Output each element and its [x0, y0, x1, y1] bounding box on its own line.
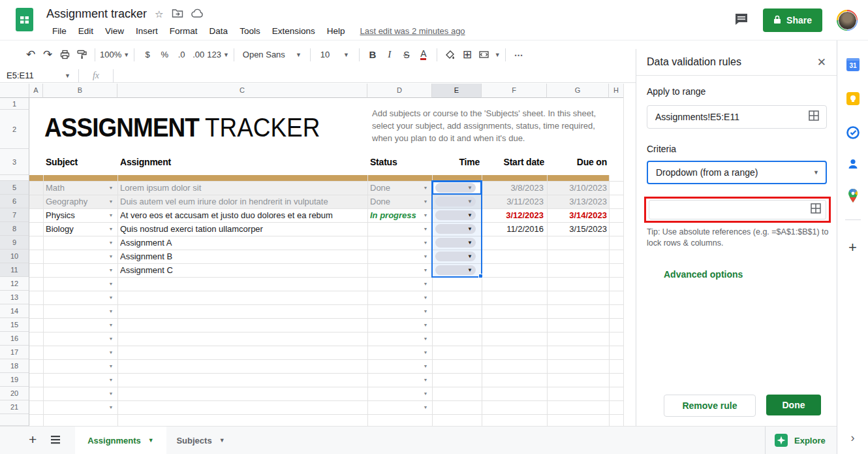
row-header-9[interactable]: 9 — [0, 236, 29, 250]
row-header-5[interactable]: 5 — [0, 181, 29, 195]
subject-dropdown-icon[interactable]: ▼ — [106, 277, 116, 291]
row-header-15[interactable]: 15 — [0, 318, 29, 332]
select-range-icon[interactable] — [808, 110, 820, 124]
row-header-4[interactable] — [0, 175, 29, 181]
subject-dropdown-icon[interactable]: ▼ — [106, 359, 116, 373]
time-dropdown-chip[interactable]: ▼ — [435, 210, 476, 220]
row-header-partial[interactable] — [0, 414, 29, 426]
time-dropdown-chip[interactable]: ▼ — [435, 224, 476, 234]
google-maps-icon[interactable] — [846, 188, 860, 206]
format-currency-button[interactable]: $ — [139, 46, 156, 63]
status-dropdown-icon[interactable]: ▼ — [420, 195, 431, 208]
select-data-range-icon[interactable] — [810, 203, 822, 217]
google-keep-icon[interactable] — [846, 91, 860, 108]
cell-G8[interactable]: 3/15/2023 — [548, 222, 607, 236]
menu-insert[interactable]: Insert — [130, 25, 164, 37]
tab-subjects-arrow[interactable]: ▼ — [219, 437, 225, 444]
redo-icon[interactable]: ↷ — [39, 46, 56, 63]
format-percent-button[interactable]: % — [156, 46, 173, 63]
share-button[interactable]: Share — [763, 8, 822, 32]
cell-C8[interactable]: Quis nostrud exerci tation ullamcorper — [120, 222, 364, 236]
row-header-20[interactable]: 20 — [0, 387, 29, 400]
italic-button[interactable]: I — [381, 46, 398, 63]
subject-dropdown-icon[interactable]: ▼ — [106, 373, 116, 387]
time-dropdown-chip[interactable]: ▼ — [435, 251, 476, 261]
paint-format-icon[interactable] — [73, 46, 90, 63]
status-dropdown-icon[interactable]: ▼ — [420, 236, 431, 250]
status-dropdown-icon[interactable]: ▼ — [420, 277, 431, 291]
done-button[interactable]: Done — [766, 395, 821, 415]
status-dropdown-icon[interactable]: ▼ — [420, 332, 431, 346]
row-header-10[interactable]: 10 — [0, 250, 29, 263]
subject-dropdown-icon[interactable]: ▼ — [106, 236, 116, 250]
subject-dropdown-icon[interactable]: ▼ — [106, 291, 116, 304]
row-header-2[interactable]: 2 — [0, 110, 29, 149]
criteria-range-input[interactable] — [649, 200, 826, 219]
row-header-13[interactable]: 13 — [0, 291, 29, 304]
time-dropdown-chip[interactable]: ▼ — [435, 238, 476, 248]
google-contacts-icon[interactable] — [846, 157, 860, 174]
spreadsheet-grid[interactable]: ABCDEFGH12356789101112131415161718192021… — [0, 84, 624, 426]
cell-C9[interactable]: Assignment A — [120, 236, 364, 250]
status-dropdown-icon[interactable]: ▼ — [420, 208, 431, 222]
name-box-arrow[interactable]: ▼ — [65, 73, 70, 79]
range-input[interactable]: Assignments!E5:E11 — [647, 105, 827, 129]
status-dropdown-icon[interactable]: ▼ — [420, 400, 431, 414]
zoom-select[interactable]: 100%▼ — [100, 46, 129, 63]
time-dropdown-chip[interactable]: ▼ — [435, 183, 476, 193]
column-header-F[interactable]: F — [482, 84, 547, 98]
subject-dropdown-icon[interactable]: ▼ — [106, 208, 116, 222]
cell-C11[interactable]: Assignment C — [120, 263, 364, 277]
subject-dropdown-icon[interactable]: ▼ — [106, 181, 116, 195]
menu-file[interactable]: File — [46, 25, 72, 37]
font-family-select[interactable]: Open Sans▼ — [239, 46, 305, 63]
account-avatar[interactable] — [837, 10, 858, 31]
row-header-7[interactable]: 7 — [0, 208, 29, 222]
cell-B8[interactable]: Biology — [46, 222, 106, 236]
text-color-button[interactable]: A — [420, 50, 426, 60]
remove-rule-button[interactable]: Remove rule — [664, 395, 756, 417]
subject-dropdown-icon[interactable]: ▼ — [106, 318, 116, 332]
cell-F6[interactable]: 3/11/2023 — [483, 195, 544, 208]
bold-button[interactable]: B — [364, 46, 381, 63]
last-edit-link[interactable]: Last edit was 2 minutes ago — [360, 26, 465, 36]
status-dropdown-icon[interactable]: ▼ — [420, 291, 431, 304]
status-dropdown-icon[interactable]: ▼ — [420, 304, 431, 318]
row-header-19[interactable]: 19 — [0, 373, 29, 387]
print-icon[interactable] — [56, 46, 73, 63]
grid-corner[interactable] — [0, 84, 29, 98]
status-dropdown-icon[interactable]: ▼ — [420, 359, 431, 373]
comment-history-icon[interactable] — [734, 12, 749, 28]
row-header-17[interactable]: 17 — [0, 346, 29, 359]
cell-G6[interactable]: 3/13/2023 — [548, 195, 607, 208]
undo-icon[interactable]: ↶ — [22, 46, 39, 63]
cell-B6[interactable]: Geography — [46, 195, 106, 208]
status-dropdown-icon[interactable]: ▼ — [420, 222, 431, 236]
cell-C5[interactable]: Lorem ipsum dolor sit — [120, 181, 364, 195]
status-dropdown-icon[interactable]: ▼ — [420, 318, 431, 332]
menu-format[interactable]: Format — [164, 25, 204, 37]
fill-color-button[interactable] — [442, 46, 459, 63]
menu-tools[interactable]: Tools — [234, 25, 266, 37]
cell-F8[interactable]: 11/2/2016 — [483, 222, 544, 236]
cell-F7[interactable]: 3/12/2023 — [483, 208, 544, 222]
add-icon[interactable]: + — [848, 239, 857, 256]
time-dropdown-chip[interactable]: ▼ — [435, 265, 476, 275]
decrease-decimal-button[interactable]: .0 — [173, 46, 190, 63]
cell-D5[interactable]: Done — [370, 181, 421, 195]
close-icon[interactable]: ✕ — [817, 56, 826, 69]
row-header-18[interactable]: 18 — [0, 359, 29, 373]
column-header-H[interactable]: H — [609, 84, 624, 98]
borders-button[interactable]: ⊞ — [459, 46, 476, 63]
cell-G7[interactable]: 3/14/2023 — [548, 208, 607, 222]
criteria-select[interactable]: Dropdown (from a range) ▼ — [647, 161, 827, 184]
column-header-C[interactable]: C — [117, 84, 367, 98]
menu-view[interactable]: View — [99, 25, 130, 37]
name-box[interactable]: E5:E11 — [0, 71, 63, 80]
row-header-1[interactable]: 1 — [0, 98, 29, 110]
menu-edit[interactable]: Edit — [72, 25, 99, 37]
subject-dropdown-icon[interactable]: ▼ — [106, 222, 116, 236]
star-icon[interactable]: ☆ — [155, 9, 163, 19]
document-title[interactable]: Assignment tracker — [46, 7, 147, 21]
cell-F5[interactable]: 3/8/2023 — [483, 181, 544, 195]
